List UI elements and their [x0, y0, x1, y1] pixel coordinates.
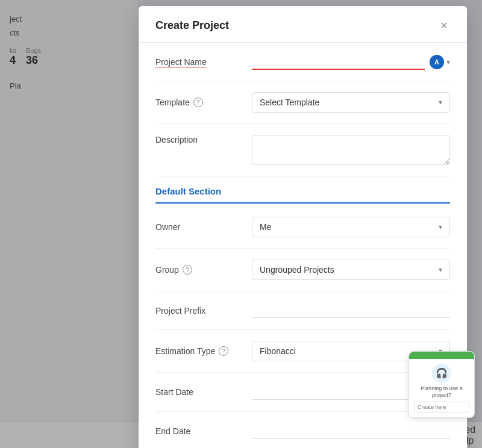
project-prefix-row: Project Prefix [155, 291, 450, 330]
group-row: Group ? Ungrouped Projects ▾ [155, 249, 450, 291]
owner-select-value: Me [260, 222, 271, 232]
estimation-type-row: Estimation Type ? Fibonacci ▾ [155, 330, 450, 373]
template-row: Template ? Select Template ▾ [155, 81, 450, 124]
owner-control: Me ▾ [252, 217, 450, 237]
end-date-label: End Date [155, 426, 252, 436]
estimation-type-label: Estimation Type ? [155, 346, 252, 356]
description-control [252, 135, 450, 165]
group-control: Ungrouped Projects ▾ [252, 260, 450, 280]
avatar-button[interactable]: A ▾ [430, 55, 450, 69]
group-help-icon[interactable]: ? [183, 265, 192, 275]
modal-title: Create Project [155, 19, 229, 32]
project-name-control: A ▾ [252, 54, 450, 70]
owner-select[interactable]: Me ▾ [252, 217, 450, 237]
template-help-icon[interactable]: ? [193, 98, 203, 107]
project-prefix-label: Project Prefix [155, 306, 252, 316]
end-date-input[interactable] [252, 424, 450, 439]
help-widget-body: 🎧 Planning to use a project? [409, 359, 474, 417]
help-widget-text: Planning to use a project? [414, 385, 469, 399]
help-widget-header-bar [409, 352, 474, 359]
avatar-chevron-icon: ▾ [446, 58, 450, 66]
owner-row: Owner Me ▾ [155, 206, 450, 249]
start-date-label: Start Date [155, 387, 252, 397]
template-chevron-icon: ▾ [439, 98, 442, 107]
help-widget-input[interactable] [414, 402, 469, 412]
template-label: Template ? [155, 98, 252, 107]
group-select[interactable]: Ungrouped Projects ▾ [252, 260, 450, 280]
template-select[interactable]: Select Template ▾ [252, 92, 450, 113]
close-button[interactable]: × [438, 18, 450, 33]
modal-header: Create Project × [139, 6, 467, 43]
start-date-row: Start Date 📅 [155, 373, 450, 412]
help-widget-avatar: 🎧 [432, 364, 451, 383]
project-name-label: Project Name [155, 57, 252, 67]
owner-label: Owner [155, 222, 252, 232]
start-date-input[interactable] [252, 385, 433, 400]
estimation-type-help-icon[interactable]: ? [219, 346, 228, 356]
group-label: Group ? [155, 265, 252, 275]
section-title: Default Section [155, 186, 450, 202]
description-label: Description [155, 135, 252, 145]
group-chevron-icon: ▾ [439, 266, 442, 274]
template-control: Select Template ▾ [252, 92, 450, 113]
project-prefix-control [252, 303, 450, 318]
estimation-type-value: Fibonacci [260, 346, 296, 356]
end-date-row: End Date [155, 412, 450, 448]
description-row: Description [155, 124, 450, 176]
owner-chevron-icon: ▾ [439, 223, 442, 231]
project-name-input[interactable] [252, 54, 425, 70]
default-section-header: Default Section [155, 176, 450, 204]
avatar-icon: A [430, 55, 444, 69]
help-widget: 🎧 Planning to use a project? [408, 351, 475, 418]
project-name-row: Project Name A ▾ [155, 43, 450, 81]
template-select-value: Select Template [260, 98, 319, 107]
end-date-control [252, 424, 450, 439]
description-input[interactable] [252, 135, 450, 165]
project-prefix-input[interactable] [252, 303, 450, 318]
group-select-value: Ungrouped Projects [260, 265, 334, 275]
